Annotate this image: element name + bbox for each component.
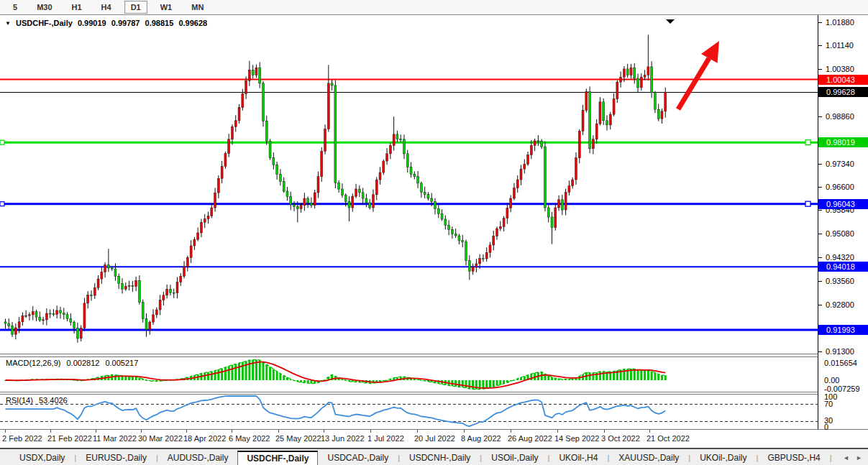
price-tick-label: 0.97340	[826, 160, 868, 169]
time-tick	[511, 430, 511, 433]
time-tick	[557, 430, 558, 433]
macd-main-value: 0.002812	[66, 359, 99, 367]
price-tick	[818, 22, 822, 23]
chart-tab-audusd-daily[interactable]: AUDUSD-,Daily	[158, 451, 238, 465]
time-tick-label: 14 Sep 2022	[554, 434, 599, 443]
time-tick	[604, 430, 605, 433]
price-tick-label: 0.95080	[826, 229, 868, 239]
rsi-indicator-panel[interactable]	[0, 395, 818, 429]
price-tick	[818, 210, 822, 211]
timeframe-button-5[interactable]: 5	[6, 1, 24, 14]
price-tick-label: 1.00380	[826, 65, 868, 74]
price-tick	[818, 164, 822, 165]
price-tag: 0.91993	[818, 325, 868, 335]
price-tick	[818, 257, 822, 258]
price-tick-label: 0.96600	[826, 183, 868, 192]
mt4-chart-window: 5M30H1H4D1W1MN ▼ USDCHF-,Daily 0.99019 0…	[0, 0, 868, 465]
price-tick-label: 1.01140	[826, 41, 868, 50]
time-tick	[186, 430, 187, 433]
timeframe-button-d1[interactable]: D1	[124, 1, 147, 14]
time-tick	[370, 430, 371, 433]
trend-arrow-annotation[interactable]	[678, 41, 719, 109]
time-tick	[50, 430, 51, 433]
horizontal-lines[interactable]	[0, 80, 818, 330]
chart-tab-usdx-daily[interactable]: USDX,Daily	[10, 451, 74, 465]
time-tick-label: 20 Jul 2022	[414, 434, 455, 443]
timeframe-button-m30[interactable]: M30	[30, 1, 58, 14]
price-tick-label: 0.98860	[826, 112, 868, 121]
timeframe-toolbar: 5M30H1H4D1W1MN	[0, 0, 868, 14]
time-tick-label: 30 Mar 2022	[138, 434, 183, 443]
price-tick	[818, 116, 822, 117]
panel-separator[interactable]	[0, 354, 868, 354]
chart-tab-usdcnh-daily[interactable]: USDCNH-,Daily	[400, 451, 480, 465]
time-tick-label: 2 Feb 2022	[2, 434, 42, 443]
price-tag: 1.00043	[818, 75, 868, 85]
price-tick-label: 1.01880	[826, 18, 868, 27]
symbol-info-line: ▼ USDCHF-,Daily 0.99019 0.99787 0.98815 …	[5, 19, 210, 27]
time-tick	[96, 430, 96, 433]
timeframe-button-mn[interactable]: MN	[185, 1, 210, 14]
high-value: 0.99787	[111, 19, 140, 27]
price-tick	[818, 45, 822, 46]
time-tick-label: 25 May 2022	[275, 434, 321, 443]
collapse-triangle-icon[interactable]: ▼	[5, 20, 11, 27]
chart-tab-bar: USDX,Daily|EURUSD-,Daily|AUDUSD-,DailyUS…	[0, 448, 868, 465]
panel-separator[interactable]	[0, 392, 868, 392]
rsi-value: 53.4026	[39, 396, 68, 405]
close-value: 0.99628	[178, 19, 207, 27]
line-handle[interactable]	[805, 201, 810, 206]
macd-title: MACD(12,26,9)	[6, 359, 60, 367]
timeframe-button-w1[interactable]: W1	[154, 1, 179, 14]
time-tick-label: 6 May 2022	[229, 434, 270, 443]
main-candlestick-chart[interactable]	[0, 15, 818, 354]
timeframe-button-h1[interactable]: H1	[65, 1, 88, 14]
price-tick	[818, 69, 822, 70]
chart-shift-marker-icon[interactable]	[666, 19, 675, 24]
time-tick	[5, 430, 6, 433]
chart-tab-xauusd-daily[interactable]: XAUUSD-,Daily	[609, 451, 688, 465]
macd-label: MACD(12,26,9) 0.002812 0.005217	[6, 359, 142, 367]
price-tag: 0.96043	[818, 199, 868, 209]
time-tick-label: 21 Feb 2022	[47, 434, 92, 443]
price-tick-label: 0.91300	[826, 347, 868, 356]
time-tick-label: 26 Aug 2022	[508, 434, 552, 443]
time-axis[interactable]: 2 Feb 202221 Feb 202211 Mar 202230 Mar 2…	[0, 430, 868, 447]
time-tick-label: 8 Aug 2022	[461, 434, 501, 443]
tab-scroll-left-icon[interactable]: ◄	[843, 454, 849, 461]
tab-divider: |	[830, 454, 832, 462]
line-handle[interactable]	[805, 140, 810, 145]
chart-tab-usoil-daily[interactable]: USOil-,Daily	[482, 451, 547, 465]
price-tag: 0.94018	[818, 262, 868, 272]
chart-tab-usdcad-daily[interactable]: USDCAD-,Daily	[318, 451, 398, 465]
chart-tab-ukoil-daily[interactable]: UKOil-,Daily	[690, 451, 756, 465]
price-axis[interactable]: 1.018801.011401.003800.988600.973400.966…	[818, 15, 868, 429]
time-tick-label: 21 Oct 2022	[647, 434, 690, 443]
time-tick-label: 3 Oct 2022	[601, 434, 640, 443]
chart-tab-usdchf-daily[interactable]: USDCHF-,Daily	[237, 451, 318, 465]
rsi-label: RSI(14) 53.4026	[6, 396, 71, 405]
macd-axis-label: 0.015654	[824, 359, 867, 368]
time-tick	[141, 430, 142, 433]
open-value: 0.99019	[78, 19, 106, 27]
price-tick-label: 0.92800	[826, 300, 868, 310]
chart-tab-ukoil-h4[interactable]: UKOil-,H4	[549, 451, 607, 465]
rsi-title: RSI(14)	[6, 396, 33, 405]
timeframe-button-h4[interactable]: H4	[95, 1, 118, 14]
time-tick	[324, 430, 324, 433]
tab-scroll-right-icon[interactable]: ►	[856, 454, 862, 461]
chart-tab-eurusd-daily[interactable]: EURUSD-,Daily	[76, 451, 156, 465]
time-tick	[649, 430, 650, 433]
price-tick	[818, 305, 822, 305]
time-tick-label: 1 Jul 2022	[367, 434, 404, 443]
time-tick-label: 13 Jun 2022	[321, 434, 365, 443]
price-tick-label: 0.93560	[826, 277, 868, 286]
time-tick-label: 18 Apr 2022	[183, 434, 226, 443]
chart-tab-gbpusd-h4[interactable]: GBPUSD-,H4	[758, 451, 829, 465]
rsi-axis-label: 70	[824, 400, 867, 409]
time-tick-label: 11 Mar 2022	[93, 434, 137, 443]
time-tick	[232, 430, 232, 433]
time-tick	[464, 430, 465, 433]
price-tag: 0.98019	[818, 137, 868, 147]
candlestick-series	[4, 34, 667, 343]
